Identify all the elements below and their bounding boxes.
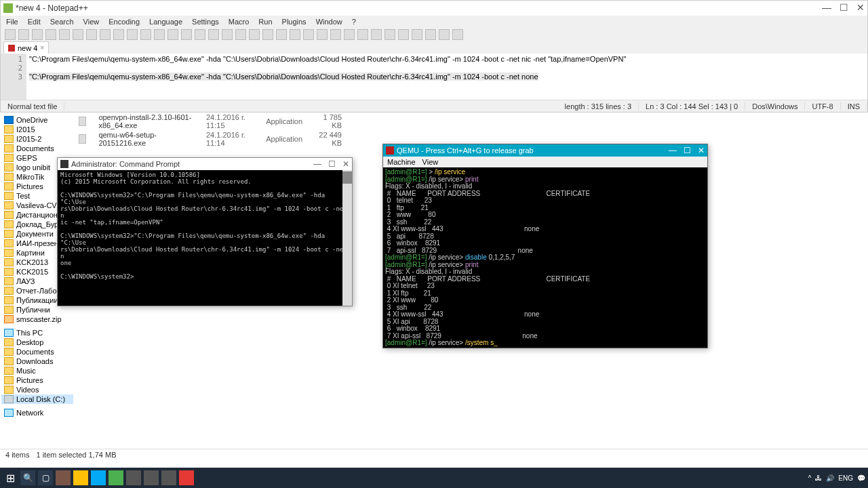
close-button[interactable]: ✕: [698, 146, 705, 155]
sidebar-item[interactable]: Local Disk (C:): [1, 394, 73, 404]
minimize-button[interactable]: —: [822, 2, 831, 13]
menu-view[interactable]: View: [422, 158, 439, 166]
menu-window[interactable]: Window: [316, 18, 342, 26]
toolbar-button[interactable]: [276, 29, 287, 40]
menu-language[interactable]: Language: [149, 18, 182, 26]
toolbar-button[interactable]: [330, 29, 341, 40]
sidebar-item[interactable]: Network: [1, 408, 73, 418]
toolbar-button[interactable]: [100, 29, 111, 40]
taskbar-app[interactable]: [126, 470, 141, 485]
menu-edit[interactable]: Edit: [28, 18, 41, 26]
sidebar-item[interactable]: smscaster.zip: [1, 314, 73, 324]
toolbar-button[interactable]: [167, 29, 178, 40]
toolbar-button[interactable]: [344, 29, 355, 40]
menu-encoding[interactable]: Encoding: [108, 18, 140, 26]
sidebar-item[interactable]: I2015-2: [1, 134, 73, 144]
sidebar-item[interactable]: Music: [1, 366, 73, 375]
npp-editor[interactable]: 123 "C:\Program Files\qemu\qemu-system-x…: [1, 54, 867, 100]
toolbar-button[interactable]: [5, 29, 16, 40]
menu-macro[interactable]: Macro: [229, 18, 250, 26]
toolbar-button[interactable]: [140, 29, 151, 40]
menu-plugins[interactable]: Plugins: [282, 18, 307, 26]
toolbar-button[interactable]: [127, 29, 138, 40]
tray-up-icon[interactable]: ^: [808, 474, 812, 482]
toolbar-button[interactable]: [113, 29, 124, 40]
sidebar-item[interactable]: Documents: [1, 144, 73, 153]
toolbar-button[interactable]: [86, 29, 97, 40]
toolbar-button[interactable]: [181, 29, 192, 40]
toolbar-button[interactable]: [290, 29, 300, 40]
close-button[interactable]: ✕: [856, 2, 865, 13]
npp-tab[interactable]: new 4 ×: [3, 41, 49, 54]
toolbar-button[interactable]: [412, 29, 422, 40]
file-row[interactable]: qemu-w64-setup-20151216.exe24.1.2016 г. …: [75, 130, 346, 148]
taskbar-app[interactable]: [56, 470, 71, 485]
sidebar-item[interactable]: OneDrive: [1, 115, 73, 125]
toolbar-button[interactable]: [357, 29, 368, 40]
toolbar-button[interactable]: [235, 29, 246, 40]
sidebar-item[interactable]: Публични: [1, 305, 73, 314]
search-icon[interactable]: 🔍: [20, 470, 35, 485]
tray-notif-icon[interactable]: 💬: [857, 474, 865, 482]
toolbar-button[interactable]: [303, 29, 314, 40]
tray-lang[interactable]: ENG: [838, 474, 853, 482]
tab-close-icon[interactable]: ×: [40, 44, 44, 52]
taskbar-app[interactable]: [144, 470, 159, 485]
sidebar-item[interactable]: Pictures: [1, 375, 73, 385]
system-tray[interactable]: ^ 🖧 🔊 ENG 💬: [808, 474, 865, 482]
taskbar-app[interactable]: [91, 470, 106, 485]
toolbar-button[interactable]: [452, 29, 463, 40]
file-row[interactable]: openvpn-install-2.3.10-I601-x86_64.exe24…: [75, 113, 346, 130]
sidebar-item[interactable]: Documents: [1, 347, 73, 357]
toolbar-button[interactable]: [425, 29, 436, 40]
npp-titlebar[interactable]: *new 4 - Notepad++ — ☐ ✕: [1, 1, 867, 16]
toolbar-button[interactable]: [317, 29, 328, 40]
sidebar-item[interactable]: I2015: [1, 125, 73, 134]
toolbar-button[interactable]: [222, 29, 233, 40]
minimize-button[interactable]: —: [669, 146, 677, 155]
maximize-button[interactable]: ☐: [328, 159, 336, 169]
toolbar-button[interactable]: [32, 29, 43, 40]
menu-?[interactable]: ?: [352, 18, 356, 26]
toolbar-button[interactable]: [439, 29, 450, 40]
toolbar-button[interactable]: [384, 29, 395, 40]
toolbar-button[interactable]: [249, 29, 260, 40]
toolbar-button[interactable]: [398, 29, 409, 40]
toolbar-button[interactable]: [59, 29, 70, 40]
toolbar-button[interactable]: [154, 29, 165, 40]
maximize-button[interactable]: ☐: [840, 2, 848, 13]
menu-settings[interactable]: Settings: [192, 18, 219, 26]
code-area[interactable]: "C:\Program Files\qemu\qemu-system-x86_6…: [26, 54, 867, 100]
sidebar-item[interactable]: Downloads: [1, 357, 73, 366]
toolbar-button[interactable]: [73, 29, 83, 40]
toolbar-button[interactable]: [18, 29, 29, 40]
menu-run[interactable]: Run: [258, 18, 272, 26]
sidebar-item[interactable]: Videos: [1, 385, 73, 394]
menu-machine[interactable]: Machine: [387, 158, 416, 166]
tray-network-icon[interactable]: 🖧: [815, 474, 822, 482]
maximize-button[interactable]: ☐: [684, 146, 691, 155]
menu-file[interactable]: File: [6, 18, 18, 26]
toolbar-button[interactable]: [371, 29, 382, 40]
minimize-button[interactable]: —: [313, 159, 321, 169]
cmd-titlebar[interactable]: Administrator: Command Prompt — ☐ ✕: [58, 158, 352, 170]
qemu-titlebar[interactable]: QEMU - Press Ctrl+Alt+G to release grab …: [383, 144, 707, 157]
tray-volume-icon[interactable]: 🔊: [826, 474, 834, 482]
menu-search[interactable]: Search: [50, 18, 74, 26]
qemu-terminal[interactable]: [admin@R1=] > /ip service[admin@R1=] /ip…: [383, 167, 707, 348]
taskbar-app[interactable]: [179, 470, 194, 485]
toolbar-button[interactable]: [45, 29, 56, 40]
sidebar-item[interactable]: Desktop: [1, 338, 73, 347]
cmd-scrollbar[interactable]: [342, 170, 352, 306]
taskbar-app[interactable]: [73, 470, 88, 485]
toolbar-button[interactable]: [262, 29, 273, 40]
cmd-terminal[interactable]: Microsoft Windows [Version 10.0.10586] (…: [58, 170, 352, 306]
taskview-icon[interactable]: ▢: [38, 470, 53, 485]
menu-view[interactable]: View: [83, 18, 100, 26]
close-button[interactable]: ✕: [342, 159, 349, 169]
toolbar-button[interactable]: [208, 29, 219, 40]
sidebar-item[interactable]: This PC: [1, 328, 73, 338]
taskbar-app[interactable]: [108, 470, 123, 485]
taskbar-app[interactable]: [161, 470, 176, 485]
toolbar-button[interactable]: [195, 29, 205, 40]
